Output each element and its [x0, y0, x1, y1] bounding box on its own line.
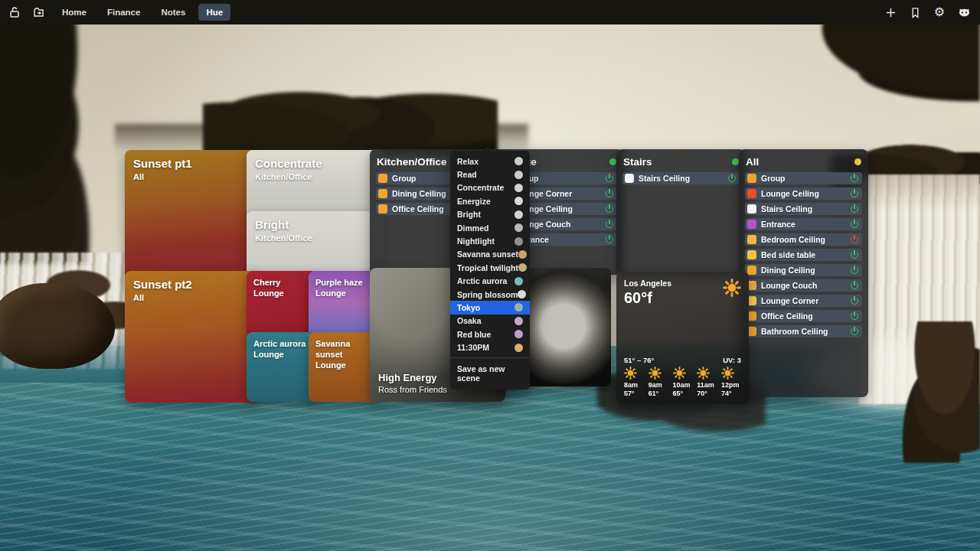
tab-hue[interactable]: Hue [198, 4, 230, 21]
light-color-swatch[interactable] [747, 174, 756, 183]
light-label: Entrance [761, 220, 849, 229]
light-color-swatch[interactable] [747, 235, 756, 244]
add-icon[interactable] [880, 2, 900, 22]
light-row-lounge-ceiling[interactable]: Lounge Ceiling [745, 187, 862, 200]
panel-status-dot [854, 158, 861, 165]
scene-tile-sunset-pt2[interactable]: Sunset pt2 All [125, 271, 260, 403]
scene-name: Nightlight [457, 236, 495, 246]
power-toggle-icon[interactable] [849, 266, 859, 276]
hour-time: 11am [697, 381, 714, 389]
scene-menu-item-dimmed[interactable]: Dimmed [450, 221, 530, 234]
tab-finance[interactable]: Finance [100, 4, 148, 21]
scene-name: Osaka [457, 316, 482, 325]
power-toggle-icon[interactable] [849, 281, 859, 291]
light-row-bed-side-table[interactable]: Bed side table [745, 249, 862, 261]
scene-name: Spring blossom [457, 290, 518, 299]
light-color-swatch[interactable] [625, 174, 634, 183]
power-toggle-icon[interactable] [604, 235, 614, 245]
scene-tile-arctic-aurora[interactable]: Arctic aurora Lounge [247, 332, 318, 402]
power-toggle-icon[interactable] [849, 174, 859, 184]
sun-icon [648, 367, 662, 380]
panel-status-dot [609, 158, 616, 165]
scene-tile-sunset-pt1[interactable]: Sunset pt1 All [125, 150, 260, 280]
scene-tile-cherry[interactable]: Cherry Lounge [247, 271, 318, 341]
scene-title: Sunset pt1 [133, 157, 252, 170]
settings-gear-icon[interactable]: ⚙ [929, 2, 949, 22]
light-row-entrance[interactable]: Entrance [745, 218, 862, 230]
scene-menu-item-nightlight[interactable]: Nightlight [450, 234, 530, 247]
scene-menu-item-savanna-sunset[interactable]: Savanna sunset [450, 248, 530, 261]
top-navigation-bar: Home Finance Notes Hue ⚙ [0, 0, 980, 24]
scene-menu-item-tropical-twilight[interactable]: Tropical twilight [450, 261, 530, 274]
scene-name: Tokyo [457, 303, 480, 312]
scene-name: 11:30PM [457, 343, 489, 352]
light-row-lounge-corner[interactable]: Lounge Corner [745, 295, 862, 307]
light-row-dining-ceiling[interactable]: Dining Ceiling [745, 264, 862, 276]
panel-title: Kitchen/Office [377, 156, 447, 168]
scene-menu-item-energize[interactable]: Energize [450, 194, 530, 207]
scene-menu-item-red-blue[interactable]: Red blue [450, 328, 530, 341]
light-color-swatch[interactable] [747, 189, 756, 198]
power-toggle-icon[interactable] [604, 174, 614, 184]
light-row-stairs-ceiling[interactable]: Stairs Ceiling [745, 203, 862, 215]
weather-hours: 8am 57° 9am 61° 10am 65° 11am 70° 12pm [624, 367, 741, 397]
scene-menu-item-osaka[interactable]: Osaka [450, 315, 530, 328]
scene-menu-item-bright[interactable]: Bright [450, 208, 530, 221]
panel-title: Stairs [623, 156, 652, 168]
light-label: Group [761, 174, 849, 183]
scene-title: Purple haze [315, 277, 373, 288]
scene-color-dot [514, 210, 523, 219]
light-color-swatch[interactable] [747, 266, 756, 275]
power-toggle-icon[interactable] [849, 220, 859, 230]
scene-menu-item-spring-blossom[interactable]: Spring blossom [450, 288, 530, 301]
scene-name: Red blue [457, 330, 491, 339]
lock-icon[interactable] [5, 2, 24, 22]
light-color-swatch[interactable] [378, 174, 387, 183]
background-trees [762, 15, 980, 122]
power-toggle-icon[interactable] [727, 174, 737, 184]
scene-menu-item-arctic-aurora[interactable]: Arctic aurora [450, 275, 530, 288]
light-color-swatch[interactable] [378, 204, 387, 214]
account-icon[interactable] [954, 2, 974, 22]
panel-title: All [746, 156, 759, 168]
power-toggle-icon[interactable] [849, 311, 859, 321]
power-toggle-icon[interactable] [604, 189, 614, 199]
tab-home[interactable]: Home [54, 4, 94, 21]
power-toggle-icon[interactable] [604, 204, 614, 214]
power-toggle-icon[interactable] [849, 296, 859, 306]
light-color-swatch[interactable] [378, 189, 387, 198]
power-toggle-icon[interactable] [849, 327, 859, 337]
hour-temp: 65° [673, 390, 684, 397]
light-row-stairs-ceiling[interactable]: Stairs Ceiling [622, 172, 740, 184]
scene-menu-item-relax[interactable]: Relax [450, 155, 530, 168]
light-row-lounge-couch[interactable]: Lounge Couch [745, 279, 862, 292]
power-toggle-icon[interactable] [849, 204, 859, 214]
power-toggle-icon[interactable] [849, 189, 859, 199]
tab-notes[interactable]: Notes [153, 4, 193, 21]
light-row-bedroom-ceiling[interactable]: Bedroom Ceiling [745, 233, 862, 246]
bookmark-icon[interactable] [905, 2, 925, 22]
sun-icon [721, 367, 734, 380]
scene-menu-item-concentrate[interactable]: Concentrate [450, 181, 530, 194]
save-as-new-scene-button[interactable]: Save as new scene [450, 357, 530, 390]
light-row-office-ceiling[interactable]: Office Ceiling [745, 310, 862, 322]
scene-menu-item-1130pm[interactable]: 11:30PM [450, 341, 530, 354]
weather-temperature: 60°f [624, 289, 671, 307]
scene-menu-item-tokyo-selected[interactable]: Tokyo [450, 301, 530, 314]
power-toggle-icon[interactable] [604, 220, 614, 230]
scene-name: Tropical twilight [457, 263, 518, 272]
folder-icon[interactable] [29, 2, 49, 22]
weather-hour: 8am 57° [624, 367, 644, 397]
light-rows: Group Lounge Ceiling Stairs Ceiling Entr… [745, 172, 862, 337]
scene-menu-item-read[interactable]: Read [450, 168, 530, 181]
light-color-swatch[interactable] [747, 220, 756, 229]
light-row-bathroom-ceiling[interactable]: Bathroom Ceiling [745, 325, 862, 337]
light-label: Lounge Corner [761, 296, 849, 305]
light-row-group[interactable]: Group [745, 172, 862, 184]
power-toggle-icon[interactable] [849, 235, 859, 245]
weather-card: Los Angeles 60°f 51° – 76° UV: 3 8am 57°… [616, 272, 749, 404]
light-color-swatch[interactable] [747, 204, 756, 214]
light-color-swatch[interactable] [747, 250, 756, 259]
scene-name: Dimmed [457, 223, 488, 233]
power-toggle-icon[interactable] [849, 250, 859, 260]
